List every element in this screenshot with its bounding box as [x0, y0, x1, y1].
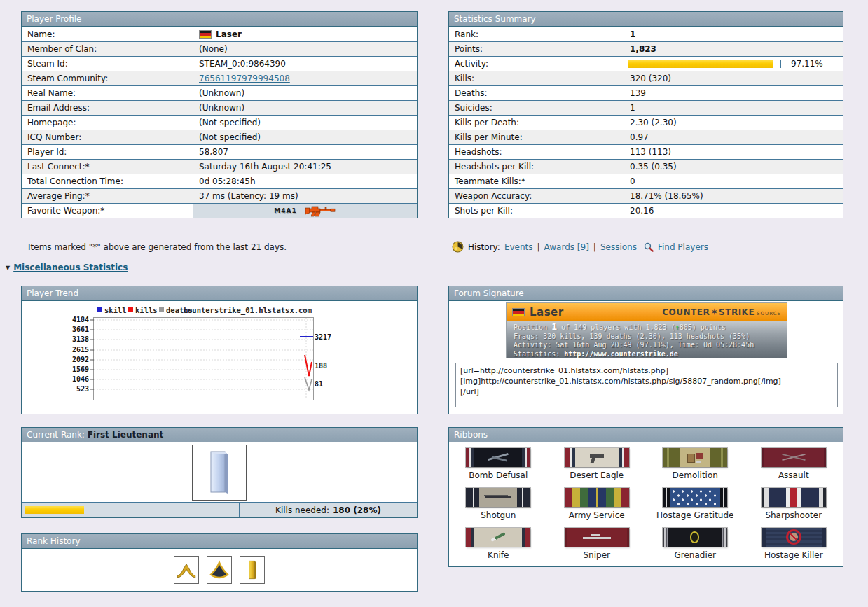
table-row: Real Name: (Unknown)	[22, 85, 417, 100]
row-label: Headshots per Kill:	[449, 160, 624, 174]
player-name: Laser	[216, 29, 242, 39]
ribbon: Army Service	[548, 488, 647, 520]
row-label: Homepage:	[22, 116, 193, 130]
table-row: Suicides: 1	[449, 100, 843, 115]
row-label: Shots per Kill:	[449, 204, 624, 218]
table-row: Rank: 1	[449, 27, 843, 41]
skill-end-label: 3217	[315, 333, 331, 341]
sessions-link[interactable]: Sessions	[600, 242, 637, 252]
rank-insignia-image	[207, 556, 232, 584]
bbcode-line: [/url]	[460, 386, 833, 397]
kills-end-label: 188	[315, 362, 327, 370]
first-lieutenant-bar-icon	[205, 449, 234, 496]
row-value: (Unknown)	[193, 101, 417, 115]
find-players-link[interactable]: Find Players	[658, 242, 708, 252]
ytick: 1569	[72, 365, 89, 373]
history-clock-icon	[452, 241, 464, 253]
table-row: ICQ Number: (Not specified)	[22, 130, 417, 144]
row-value: (Unknown)	[193, 86, 417, 100]
ribbon: Bomb Defusal	[449, 448, 548, 480]
player-trend-header: Player Trend	[22, 286, 417, 301]
bbcode-line: [url=http://counterstrike_01.hlstatsx.co…	[460, 365, 833, 376]
table-row: Average Ping:* 37 ms (Latency: 19 ms)	[22, 188, 417, 203]
row-label: Steam Community:	[22, 71, 193, 85]
legend-skill-swatch	[97, 307, 102, 312]
row-value: 2.30 (2.30)	[624, 116, 843, 130]
player-trend-panel: Player Trend skill kills deaths counters…	[21, 286, 418, 414]
row-value: 76561197979994508	[193, 71, 417, 85]
hostage-gratitude-ribbon-icon	[663, 488, 727, 507]
ribbon: Sniper	[548, 528, 647, 560]
cs-star-icon: ✶	[710, 307, 718, 317]
germany-flag-icon	[199, 30, 212, 39]
germany-flag-icon	[512, 308, 525, 316]
table-row: Last Connect:* Saturday 16th August 20:4…	[22, 159, 417, 174]
row-label: Total Connection Time:	[22, 174, 193, 188]
table-row: Homepage: (Not specified)	[22, 115, 417, 130]
rank-progress-track	[22, 503, 240, 517]
panel-title: Player Trend	[27, 288, 78, 298]
bbcode-textarea[interactable]: [url=http://counterstrike_01.hlstatsx.co…	[455, 363, 838, 407]
chart-title: counterstrike_01.hlstatsx.com	[184, 306, 312, 315]
ribbon: Desert Eagle	[548, 448, 647, 480]
table-row: Points: 1,823	[449, 41, 843, 56]
rank-history-body	[22, 549, 417, 590]
row-label: Favorite Weapon:*	[22, 204, 193, 218]
grenadier-ribbon-icon	[663, 528, 727, 547]
awards-link[interactable]: Awards [9]	[544, 242, 589, 252]
history-label: History:	[468, 242, 500, 252]
table-row: Member of Clan: (None)	[22, 41, 417, 56]
ytick: 4184	[72, 316, 89, 323]
row-value: 18.71% (18.65%)	[624, 189, 843, 203]
row-value: 0d 05:28:45h	[193, 174, 417, 188]
ribbons-panel: Ribbons Bomb Defusal Desert Eagle Demoli…	[448, 427, 843, 567]
row-label: Kills per Minute:	[449, 130, 624, 144]
panel-title: Player Profile	[27, 14, 81, 24]
rank-value: 1	[624, 27, 843, 41]
signature-line-2: Frags: 320 kills, 139 deaths (2.30), 113…	[514, 333, 780, 342]
table-row: Steam Id: STEAM_0:0:9864390	[22, 56, 417, 71]
ytick: 1046	[72, 375, 89, 383]
row-label: Teammate Kills:*	[449, 174, 624, 188]
forum-signature-header: Forum Signature	[449, 286, 843, 301]
table-row: Kills: 320 (320)	[449, 71, 843, 85]
signature-player-name: Laser	[530, 306, 564, 319]
signature-stats-text: Position 1 of 149 players with 1,823 (↑8…	[507, 321, 787, 358]
ribbon: Hostage Killer	[745, 528, 843, 560]
events-link[interactable]: Events	[504, 242, 533, 252]
current-rank-panel: Current Rank: First Lieutenant	[21, 427, 418, 518]
shotgun-ribbon-icon	[466, 488, 530, 507]
statistics-summary-panel: Statistics Summary Rank: 1 Points: 1,823…	[448, 11, 843, 218]
sharpshooter-ribbon-icon	[762, 488, 826, 507]
row-label: Points:	[449, 42, 624, 56]
row-value: 0.97	[624, 130, 843, 144]
panel-title: Ribbons	[454, 430, 488, 440]
rank-history-panel: Rank History	[21, 533, 418, 592]
miscellaneous-statistics: ▼ Miscellaneous Statistics	[6, 263, 128, 272]
miscellaneous-statistics-link[interactable]: Miscellaneous Statistics	[13, 263, 128, 272]
table-row: Deaths: 139	[449, 85, 843, 100]
steam-community-link[interactable]: 76561197979994508	[199, 74, 290, 83]
row-value: 0	[624, 174, 843, 188]
current-rank-body	[22, 442, 417, 502]
ribbon: Hostage Gratitude	[646, 488, 745, 520]
rank-progress-bar	[25, 506, 84, 514]
row-value: 113 (113)	[624, 145, 843, 159]
ytick: 3661	[72, 326, 89, 333]
row-label: Deaths:	[449, 86, 624, 100]
corporal-chevron-icon	[208, 558, 230, 582]
ribbon: Knife	[449, 528, 548, 560]
trend-line-chart: skill kills deaths counterstrike_01.hlst…	[22, 301, 417, 413]
panel-title: Statistics Summary	[454, 14, 536, 24]
panel-title: Rank History	[27, 536, 81, 546]
hostage-killer-ribbon-icon	[762, 528, 826, 547]
ytick: 3138	[72, 335, 89, 343]
bomb-defusal-ribbon-icon	[466, 448, 530, 467]
army-service-ribbon-icon	[565, 488, 629, 507]
row-label: Activity:	[449, 57, 624, 71]
row-label: Real Name:	[22, 86, 193, 100]
history-links-row: History: Events | Awards [9] | Sessions …	[452, 241, 708, 253]
table-row: Name: Laser	[22, 27, 417, 41]
signature-image: Laser Counter ✶ Strike source Position 1…	[507, 303, 787, 358]
table-row: Total Connection Time: 0d 05:28:45h	[22, 174, 417, 188]
